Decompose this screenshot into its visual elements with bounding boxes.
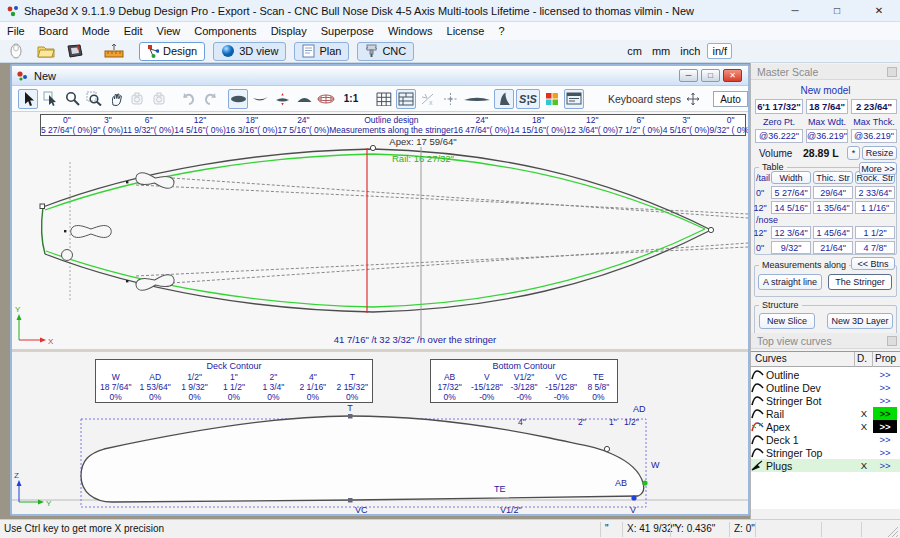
prop-button[interactable]: >> xyxy=(873,381,897,394)
panels-layout-icon[interactable] xyxy=(396,89,416,109)
unit-cm[interactable]: cm xyxy=(624,45,645,57)
board-profile-icon[interactable] xyxy=(462,89,492,109)
table-cell[interactable]: 9/32" xyxy=(771,241,811,254)
unit-inch[interactable]: inch xyxy=(677,45,703,57)
doc-close-button[interactable]: ✕ xyxy=(723,69,742,82)
curve-row-stringer-top[interactable]: Stringer Top>> xyxy=(751,446,900,459)
table-cell[interactable]: 1 45/64" xyxy=(813,226,853,239)
table-cell[interactable]: 1 1/16" xyxy=(855,201,895,214)
master-scale-collapse-button[interactable] xyxy=(887,67,897,77)
close-button[interactable]: ✕ xyxy=(858,0,900,22)
keyboard-steps-value[interactable]: Auto xyxy=(713,91,748,107)
measure-x-icon[interactable]: x xyxy=(418,89,438,109)
table-cell[interactable]: 14 5/16" xyxy=(771,201,811,214)
table-cell[interactable]: 5 27/64" xyxy=(771,186,811,199)
prop-button[interactable]: >> xyxy=(873,407,897,420)
curve-row-rail[interactable]: RailX>> xyxy=(751,407,900,420)
star-button[interactable]: * xyxy=(847,146,860,160)
scale-1-1-button[interactable]: 1:1 xyxy=(338,89,364,109)
thickness-column-button[interactable]: Thic. Str xyxy=(813,171,853,184)
tail-edge-curve[interactable] xyxy=(42,207,45,254)
doc-maximize-button[interactable]: □ xyxy=(701,69,720,82)
plug-anchor-point[interactable] xyxy=(126,181,128,183)
zoom-icon[interactable] xyxy=(62,89,82,109)
rocker-view-icon[interactable] xyxy=(250,89,270,109)
stringer-button[interactable]: The Stringer xyxy=(828,274,892,290)
deck-control-point[interactable] xyxy=(604,446,609,451)
table-cell[interactable]: 29/64" xyxy=(813,186,853,199)
select-cursor-icon[interactable] xyxy=(18,89,38,109)
curve-row-apex[interactable]: ApexX>> xyxy=(751,420,900,433)
resize-button[interactable]: Resize xyxy=(862,146,897,160)
prop-button[interactable]: >> xyxy=(873,368,897,381)
curve-row-outline[interactable]: Outline>> xyxy=(751,368,900,381)
outline-view[interactable]: 0"5 27/64"( 0%) 3"9" ( 0%) 6"11 9/32"( 0… xyxy=(12,112,748,349)
move-steps-icon[interactable] xyxy=(683,89,703,109)
unit-inf[interactable]: in/f xyxy=(707,43,732,59)
save-icon[interactable] xyxy=(65,42,87,60)
colors-icon[interactable] xyxy=(542,89,562,109)
unit-mm[interactable]: mm xyxy=(649,45,673,57)
menu-view[interactable]: View xyxy=(150,25,188,37)
plan-view-button[interactable]: Plan xyxy=(294,42,349,61)
table-cell[interactable]: 21/64" xyxy=(813,241,853,254)
wireframe-view-icon[interactable] xyxy=(316,89,336,109)
curves-collapse-button[interactable] xyxy=(887,336,897,346)
zero-pt-at[interactable]: @36.222" xyxy=(755,129,803,143)
plug-anchor-point[interactable] xyxy=(64,230,66,232)
slice-view-icon[interactable] xyxy=(272,89,292,109)
table-cell[interactable]: 4 7/8" xyxy=(855,241,895,254)
doc-minimize-button[interactable]: ─ xyxy=(679,69,698,82)
menu-board[interactable]: Board xyxy=(32,25,75,37)
more-button[interactable]: More >> xyxy=(859,162,897,175)
resize-grip[interactable] xyxy=(887,526,899,538)
model-name-link[interactable]: New model xyxy=(751,85,900,96)
menu-help[interactable]: ? xyxy=(491,25,511,37)
new-board-icon[interactable] xyxy=(7,42,29,60)
ab-point[interactable] xyxy=(642,480,647,485)
max-wdt-at[interactable]: @36.219" xyxy=(806,129,848,143)
menu-license[interactable]: License xyxy=(440,25,492,37)
top-view-curves-header[interactable]: Top view curves xyxy=(751,333,900,349)
curve-row-outline-dev[interactable]: Outline Dev>> xyxy=(751,381,900,394)
t-control-point[interactable] xyxy=(348,414,353,419)
straight-line-button[interactable]: A straight line xyxy=(758,274,822,290)
grid-icon[interactable] xyxy=(374,89,394,109)
leash-plug[interactable] xyxy=(62,250,73,261)
prop-button[interactable]: >> xyxy=(873,394,897,407)
zoom-area-icon[interactable] xyxy=(84,89,104,109)
rail-curve[interactable] xyxy=(46,229,705,307)
center-plug[interactable] xyxy=(71,226,112,238)
prop-button[interactable]: >> xyxy=(873,459,897,472)
tail-control-point[interactable] xyxy=(40,204,45,209)
menu-edit[interactable]: Edit xyxy=(117,25,150,37)
prop-button[interactable]: >> xyxy=(873,433,897,446)
menu-file[interactable]: File xyxy=(0,25,32,37)
copy-icon[interactable] xyxy=(128,89,148,109)
plug-anchor-point[interactable] xyxy=(126,280,128,282)
document-title-bar[interactable]: New ─ □ ✕ xyxy=(12,66,748,86)
redo-icon[interactable] xyxy=(200,89,220,109)
prop-button[interactable]: >> xyxy=(873,420,897,433)
minimize-button[interactable]: ─ xyxy=(774,0,816,22)
pan-hand-icon[interactable] xyxy=(106,89,126,109)
thickness-profile-curve[interactable] xyxy=(81,416,644,502)
table-cell[interactable]: 1 1/2" xyxy=(855,226,895,239)
table-cell[interactable]: 12 3/64" xyxy=(771,226,811,239)
menu-windows[interactable]: Windows xyxy=(381,25,440,37)
curve-row-deck-1[interactable]: Deck 1>> xyxy=(751,433,900,446)
nose-control-point[interactable] xyxy=(708,227,713,232)
length-value[interactable]: 6'1 17/32" xyxy=(755,99,803,114)
menu-mode[interactable]: Mode xyxy=(75,25,117,37)
menu-display[interactable]: Display xyxy=(264,25,314,37)
width-column-button[interactable]: Width xyxy=(771,171,811,184)
new-3d-layer-button[interactable]: New 3D Layer xyxy=(827,313,893,329)
thickness-value[interactable]: 2 23/64" xyxy=(851,99,897,114)
cnc-view-button[interactable]: CNC xyxy=(357,42,414,61)
outline-curve[interactable] xyxy=(43,149,711,230)
btns-button[interactable]: << Btns xyxy=(851,257,895,270)
v-point[interactable] xyxy=(631,495,636,500)
master-scale-header[interactable]: Master Scale xyxy=(751,64,900,80)
vc-control-point[interactable] xyxy=(348,498,353,503)
outline-curve[interactable] xyxy=(45,230,711,312)
